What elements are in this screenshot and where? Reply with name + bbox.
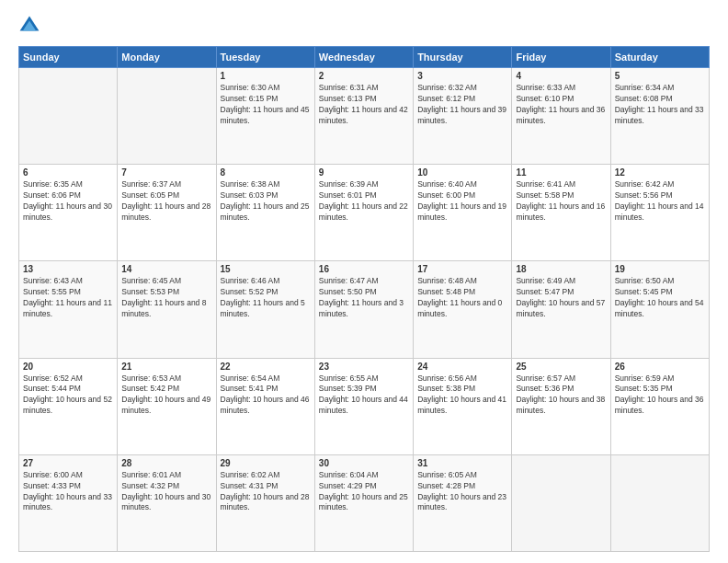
day-info: Sunrise: 6:47 AMSunset: 5:50 PMDaylight:… (319, 276, 409, 320)
day-info: Sunrise: 6:48 AMSunset: 5:48 PMDaylight:… (417, 276, 507, 320)
day-cell: 30 Sunrise: 6:04 AMSunset: 4:29 PMDaylig… (314, 454, 413, 551)
day-info: Sunrise: 6:45 AMSunset: 5:53 PMDaylight:… (121, 276, 211, 320)
day-number: 30 (319, 458, 409, 468)
day-cell: 11 Sunrise: 6:41 AMSunset: 5:58 PMDaylig… (512, 165, 610, 261)
day-info: Sunrise: 6:59 AMSunset: 5:35 PMDaylight:… (615, 373, 705, 418)
day-cell: 12 Sunrise: 6:42 AMSunset: 5:56 PMDaylig… (610, 165, 709, 261)
day-cell (118, 68, 216, 165)
day-number: 21 (121, 362, 211, 372)
day-number: 8 (221, 167, 311, 178)
day-info: Sunrise: 6:41 AMSunset: 5:58 PMDaylight:… (516, 179, 606, 224)
day-number: 25 (516, 362, 606, 372)
day-info: Sunrise: 6:46 AMSunset: 5:52 PMDaylight:… (221, 276, 311, 320)
day-info: Sunrise: 6:34 AMSunset: 6:08 PMDaylight:… (615, 83, 705, 127)
day-number: 18 (516, 264, 606, 274)
day-info: Sunrise: 6:56 AMSunset: 5:38 PMDaylight:… (417, 373, 507, 418)
day-number: 4 (516, 71, 606, 81)
day-cell: 26 Sunrise: 6:59 AMSunset: 5:35 PMDaylig… (610, 358, 709, 454)
day-info: Sunrise: 6:50 AMSunset: 5:45 PMDaylight:… (615, 276, 705, 320)
day-cell: 31 Sunrise: 6:05 AMSunset: 4:28 PMDaylig… (414, 454, 512, 551)
day-cell: 3 Sunrise: 6:32 AMSunset: 6:12 PMDayligh… (414, 68, 512, 165)
day-number: 13 (23, 264, 113, 274)
day-cell: 14 Sunrise: 6:45 AMSunset: 5:53 PMDaylig… (118, 261, 216, 358)
day-cell: 16 Sunrise: 6:47 AMSunset: 5:50 PMDaylig… (314, 261, 413, 358)
day-number: 12 (615, 167, 705, 178)
day-cell: 18 Sunrise: 6:49 AMSunset: 5:47 PMDaylig… (512, 261, 610, 358)
day-info: Sunrise: 6:52 AMSunset: 5:44 PMDaylight:… (23, 373, 113, 418)
day-number: 14 (121, 264, 211, 274)
day-number: 10 (417, 167, 507, 178)
day-cell: 29 Sunrise: 6:02 AMSunset: 4:31 PMDaylig… (216, 454, 314, 551)
day-number: 28 (121, 458, 211, 468)
day-number: 11 (516, 167, 606, 178)
logo (18, 15, 44, 37)
day-cell: 1 Sunrise: 6:30 AMSunset: 6:15 PMDayligh… (216, 68, 314, 165)
day-cell: 15 Sunrise: 6:46 AMSunset: 5:52 PMDaylig… (216, 261, 314, 358)
calendar-table: SundayMondayTuesdayWednesdayThursdayFrid… (18, 46, 710, 552)
page: SundayMondayTuesdayWednesdayThursdayFrid… (0, 0, 728, 563)
day-cell (19, 68, 118, 165)
day-number: 27 (23, 458, 113, 468)
day-info: Sunrise: 6:02 AMSunset: 4:31 PMDaylight:… (221, 470, 311, 514)
weekday-header-thursday: Thursday (414, 47, 512, 68)
day-info: Sunrise: 6:49 AMSunset: 5:47 PMDaylight:… (516, 276, 606, 320)
day-number: 6 (23, 167, 113, 178)
day-cell: 25 Sunrise: 6:57 AMSunset: 5:36 PMDaylig… (512, 358, 610, 454)
day-cell: 2 Sunrise: 6:31 AMSunset: 6:13 PMDayligh… (314, 68, 413, 165)
day-info: Sunrise: 6:43 AMSunset: 5:55 PMDaylight:… (23, 276, 113, 320)
day-info: Sunrise: 6:31 AMSunset: 6:13 PMDaylight:… (319, 83, 409, 127)
day-number: 3 (417, 71, 507, 81)
day-number: 2 (319, 71, 409, 81)
header (18, 15, 710, 37)
weekday-header-saturday: Saturday (610, 47, 709, 68)
day-info: Sunrise: 6:39 AMSunset: 6:01 PMDaylight:… (319, 179, 409, 224)
day-number: 24 (417, 362, 507, 372)
week-row-3: 13 Sunrise: 6:43 AMSunset: 5:55 PMDaylig… (19, 261, 710, 358)
day-info: Sunrise: 6:37 AMSunset: 6:05 PMDaylight:… (121, 179, 211, 224)
day-number: 19 (615, 264, 705, 274)
week-row-5: 27 Sunrise: 6:00 AMSunset: 4:33 PMDaylig… (19, 454, 710, 551)
day-info: Sunrise: 6:05 AMSunset: 4:28 PMDaylight:… (417, 470, 507, 514)
day-number: 16 (319, 264, 409, 274)
day-number: 7 (121, 167, 211, 178)
day-info: Sunrise: 6:33 AMSunset: 6:10 PMDaylight:… (516, 83, 606, 127)
week-row-1: 1 Sunrise: 6:30 AMSunset: 6:15 PMDayligh… (19, 68, 710, 165)
day-cell: 21 Sunrise: 6:53 AMSunset: 5:42 PMDaylig… (118, 358, 216, 454)
day-info: Sunrise: 6:42 AMSunset: 5:56 PMDaylight:… (615, 179, 705, 224)
day-cell: 27 Sunrise: 6:00 AMSunset: 4:33 PMDaylig… (19, 454, 118, 551)
day-info: Sunrise: 6:38 AMSunset: 6:03 PMDaylight:… (221, 179, 311, 224)
day-info: Sunrise: 6:35 AMSunset: 6:06 PMDaylight:… (23, 179, 113, 224)
day-cell: 20 Sunrise: 6:52 AMSunset: 5:44 PMDaylig… (19, 358, 118, 454)
day-info: Sunrise: 6:30 AMSunset: 6:15 PMDaylight:… (221, 83, 311, 127)
day-cell: 9 Sunrise: 6:39 AMSunset: 6:01 PMDayligh… (314, 165, 413, 261)
day-number: 29 (221, 458, 311, 468)
day-number: 15 (221, 264, 311, 274)
weekday-header-row: SundayMondayTuesdayWednesdayThursdayFrid… (19, 47, 710, 68)
day-number: 31 (417, 458, 507, 468)
day-info: Sunrise: 6:40 AMSunset: 6:00 PMDaylight:… (417, 179, 507, 224)
day-cell: 17 Sunrise: 6:48 AMSunset: 5:48 PMDaylig… (414, 261, 512, 358)
day-number: 5 (615, 71, 705, 81)
day-number: 26 (615, 362, 705, 372)
week-row-2: 6 Sunrise: 6:35 AMSunset: 6:06 PMDayligh… (19, 165, 710, 261)
day-cell: 6 Sunrise: 6:35 AMSunset: 6:06 PMDayligh… (19, 165, 118, 261)
day-info: Sunrise: 6:00 AMSunset: 4:33 PMDaylight:… (23, 470, 113, 514)
day-cell: 23 Sunrise: 6:55 AMSunset: 5:39 PMDaylig… (314, 358, 413, 454)
day-cell (512, 454, 610, 551)
day-cell (610, 454, 709, 551)
day-cell: 8 Sunrise: 6:38 AMSunset: 6:03 PMDayligh… (216, 165, 314, 261)
day-info: Sunrise: 6:57 AMSunset: 5:36 PMDaylight:… (516, 373, 606, 418)
weekday-header-sunday: Sunday (19, 47, 118, 68)
day-number: 23 (319, 362, 409, 372)
weekday-header-tuesday: Tuesday (216, 47, 314, 68)
day-info: Sunrise: 6:04 AMSunset: 4:29 PMDaylight:… (319, 470, 409, 514)
day-info: Sunrise: 6:01 AMSunset: 4:32 PMDaylight:… (121, 470, 211, 514)
day-number: 22 (221, 362, 311, 372)
weekday-header-friday: Friday (512, 47, 610, 68)
day-cell: 19 Sunrise: 6:50 AMSunset: 5:45 PMDaylig… (610, 261, 709, 358)
day-cell: 5 Sunrise: 6:34 AMSunset: 6:08 PMDayligh… (610, 68, 709, 165)
day-number: 20 (23, 362, 113, 372)
day-cell: 22 Sunrise: 6:54 AMSunset: 5:41 PMDaylig… (216, 358, 314, 454)
day-info: Sunrise: 6:32 AMSunset: 6:12 PMDaylight:… (417, 83, 507, 127)
day-cell: 13 Sunrise: 6:43 AMSunset: 5:55 PMDaylig… (19, 261, 118, 358)
